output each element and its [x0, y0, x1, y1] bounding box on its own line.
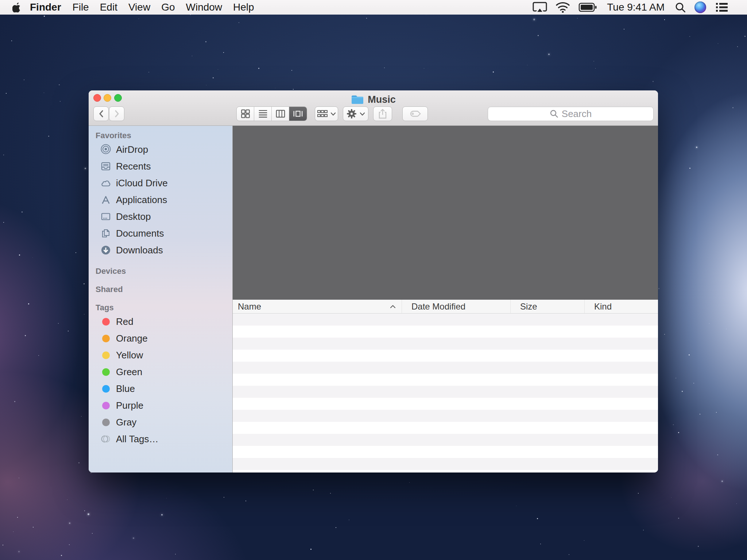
icon-view-button[interactable] — [237, 107, 254, 121]
chevron-down-icon — [330, 112, 336, 116]
sidebar-item-label: All Tags… — [116, 433, 159, 445]
tag-green-icon — [100, 366, 111, 377]
sidebar-section-favorites: Favorites — [89, 130, 232, 141]
sidebar-item-label: Applications — [116, 194, 167, 206]
sidebar-item-tag-blue[interactable]: Blue — [89, 380, 232, 397]
sidebar-item-tag-gray[interactable]: Gray — [89, 414, 232, 431]
sidebar-item-tag-purple[interactable]: Purple — [89, 397, 232, 414]
sidebar-item-applications[interactable]: Applications — [89, 191, 232, 208]
search-input[interactable]: Search — [488, 106, 654, 121]
column-header-size[interactable]: Size — [510, 300, 584, 313]
notification-center-icon[interactable] — [711, 0, 733, 15]
gear-icon — [346, 108, 357, 119]
sidebar-item-tag-green[interactable]: Green — [89, 363, 232, 380]
column-header-kind[interactable]: Kind — [584, 300, 658, 313]
sidebar-item-label: iCloud Drive — [116, 178, 168, 189]
sidebar-section-devices: Devices — [89, 266, 232, 277]
tag-blue-icon — [100, 383, 111, 394]
coverflow-view-button[interactable] — [289, 107, 307, 121]
applications-icon — [100, 194, 111, 205]
sidebar-item-label: Red — [116, 316, 133, 327]
window-title-text: Music — [368, 94, 396, 105]
sidebar-item-label: Desktop — [116, 211, 151, 222]
documents-icon — [100, 228, 111, 239]
sidebar-item-label: Orange — [116, 333, 148, 344]
blue-folder-icon — [351, 94, 364, 105]
menu-file[interactable]: File — [67, 0, 94, 15]
sidebar-section-tags: Tags — [89, 302, 232, 313]
menu-go[interactable]: Go — [156, 0, 180, 15]
tag-icon — [409, 109, 421, 118]
window-titlebar[interactable]: Music — [89, 90, 658, 126]
menu-view[interactable]: View — [123, 0, 156, 15]
sidebar-item-label: Documents — [116, 228, 164, 239]
all-tags-icon — [100, 433, 111, 444]
sidebar-section-shared: Shared — [89, 284, 232, 295]
sidebar-item-documents[interactable]: Documents — [89, 225, 232, 242]
share-button[interactable] — [373, 106, 392, 121]
sidebar-item-label: Green — [116, 366, 142, 378]
sidebar-item-desktop[interactable]: Desktop — [89, 208, 232, 225]
tag-red-icon — [100, 316, 111, 327]
sidebar-item-downloads[interactable]: Downloads — [89, 242, 232, 258]
apple-logo-icon — [12, 2, 21, 12]
tag-purple-icon — [100, 400, 111, 411]
column-view-button[interactable] — [272, 107, 289, 121]
chevron-down-icon — [360, 112, 365, 116]
sidebar-item-label: Recents — [116, 161, 151, 172]
sidebar-item-icloud-drive[interactable]: iCloud Drive — [89, 175, 232, 191]
share-icon — [378, 108, 388, 119]
column-header-name[interactable]: Name — [233, 300, 402, 313]
content-area: Name Date Modified Size Kind — [233, 126, 658, 472]
menu-bar-clock[interactable]: Tue 9:41 AM — [601, 1, 670, 13]
window-title: Music — [89, 93, 658, 106]
search-icon — [550, 109, 558, 118]
sidebar-item-airdrop[interactable]: AirDrop — [89, 141, 232, 158]
action-button[interactable] — [343, 106, 368, 121]
sidebar-item-tag-red[interactable]: Red — [89, 313, 232, 330]
wifi-icon[interactable] — [551, 0, 574, 15]
sort-ascending-icon — [390, 305, 396, 308]
group-icon — [317, 109, 328, 118]
column-header-date-modified[interactable]: Date Modified — [402, 300, 510, 313]
sidebar-item-label: Gray — [116, 417, 136, 428]
siri-icon[interactable] — [690, 0, 711, 15]
tag-yellow-icon — [100, 350, 111, 361]
tag-gray-icon — [100, 417, 111, 428]
back-button[interactable] — [93, 106, 109, 121]
sidebar-item-all-tags[interactable]: All Tags… — [89, 431, 232, 447]
menu-window[interactable]: Window — [180, 0, 228, 15]
menu-finder[interactable]: Finder — [24, 0, 67, 15]
menu-edit[interactable]: Edit — [94, 0, 123, 15]
finder-window: Music — [89, 90, 658, 472]
sidebar: Favorites AirDrop — [89, 126, 233, 472]
battery-icon[interactable] — [574, 0, 601, 15]
airplay-icon[interactable] — [528, 0, 551, 15]
sidebar-item-label: Yellow — [116, 350, 143, 361]
forward-button[interactable] — [109, 106, 124, 121]
menu-help[interactable]: Help — [228, 0, 260, 15]
downloads-icon — [100, 245, 111, 256]
coverflow-preview-area — [233, 126, 658, 300]
airdrop-icon — [100, 144, 111, 155]
apple-menu[interactable] — [9, 0, 24, 15]
sidebar-item-label: Blue — [116, 383, 135, 394]
tag-button[interactable] — [402, 106, 428, 121]
search-placeholder: Search — [562, 108, 592, 120]
icloud-icon — [100, 178, 111, 188]
sidebar-item-label: Purple — [116, 400, 143, 411]
sidebar-item-tag-orange[interactable]: Orange — [89, 330, 232, 347]
sidebar-item-label: AirDrop — [116, 144, 148, 155]
menu-bar: Finder File Edit View Go Window Help — [0, 0, 747, 15]
sidebar-item-label: Downloads — [116, 245, 163, 256]
sidebar-item-recents[interactable]: Recents — [89, 158, 232, 175]
file-list-rows — [233, 314, 658, 472]
sidebar-item-tag-yellow[interactable]: Yellow — [89, 347, 232, 363]
view-mode-control — [236, 106, 307, 121]
list-header: Name Date Modified Size Kind — [233, 300, 658, 314]
group-by-button[interactable] — [315, 106, 338, 121]
list-view-button[interactable] — [254, 107, 272, 121]
recents-icon — [100, 161, 111, 172]
tag-orange-icon — [100, 333, 111, 344]
spotlight-search-icon[interactable] — [670, 0, 690, 15]
